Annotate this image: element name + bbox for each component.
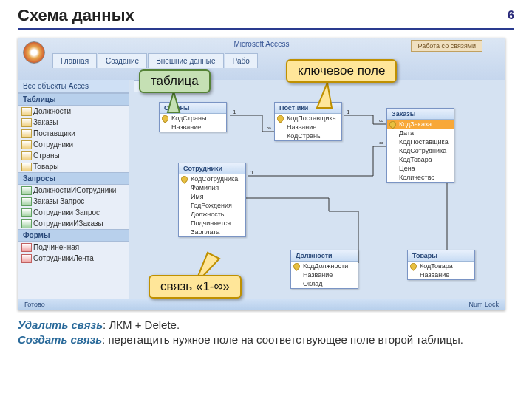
ribbon-tabs[interactable]: Главная Создание Внешние данные Рабо bbox=[52, 53, 259, 68]
tab-home[interactable]: Главная bbox=[52, 53, 97, 68]
table-row[interactable]: КодТовара bbox=[387, 155, 454, 164]
app-title: Microsoft Access bbox=[233, 40, 289, 48]
table-postavshiki[interactable]: Пост ики КодПоставщика Название КодСтран… bbox=[274, 102, 342, 141]
table-strany[interactable]: Страны КодСтраны Название bbox=[159, 102, 227, 132]
tab-create[interactable]: Создание bbox=[98, 53, 147, 68]
table-tovary[interactable]: Товары КодТовара Название bbox=[407, 250, 475, 280]
table-row[interactable]: ГодРождения bbox=[179, 201, 245, 210]
table-row[interactable]: Количество bbox=[387, 173, 454, 182]
notes: Удалить связь: ЛКМ + Delete. Создать свя… bbox=[18, 318, 514, 348]
table-row[interactable]: КодСтраны bbox=[275, 132, 341, 140]
table-title: Пост ики bbox=[275, 103, 341, 114]
svg-text:∞: ∞ bbox=[379, 117, 383, 124]
table-row[interactable]: КодСотрудника bbox=[179, 174, 245, 183]
nav-item[interactable]: Сотрудники bbox=[18, 139, 129, 150]
office-button-icon[interactable] bbox=[23, 41, 45, 64]
tab-work[interactable]: Рабо bbox=[225, 53, 258, 68]
nav-item[interactable]: Поставщики bbox=[18, 128, 129, 139]
nav-item[interactable]: Сотрудники Запрос bbox=[18, 207, 129, 218]
nav-header[interactable]: Все объекты Acces bbox=[18, 80, 129, 93]
table-row[interactable]: Название bbox=[291, 270, 358, 279]
svg-text:∞: ∞ bbox=[267, 125, 271, 132]
table-row[interactable]: КодСотрудника bbox=[387, 146, 454, 155]
create-label: Создать связь bbox=[18, 333, 102, 346]
table-title: Заказы bbox=[387, 109, 454, 120]
callout-keyfield: ключевое поле bbox=[286, 59, 397, 83]
page-number: 6 bbox=[508, 9, 514, 22]
divider bbox=[18, 28, 514, 30]
create-text: : перетащить нужное поле на соответствую… bbox=[102, 333, 463, 346]
nav-item[interactable]: Заказы bbox=[18, 117, 129, 128]
table-row[interactable]: КодСтраны bbox=[160, 114, 226, 123]
delete-text: : ЛКМ + Delete. bbox=[103, 318, 180, 331]
table-row[interactable]: Название bbox=[408, 270, 474, 279]
nav-item[interactable]: СотрудникиЛента bbox=[18, 253, 129, 264]
table-title: Товары bbox=[408, 250, 474, 262]
nav-item[interactable]: ДолжностиИСотрудники bbox=[18, 185, 129, 196]
nav-cat-forms[interactable]: Формы bbox=[18, 229, 129, 242]
context-tab[interactable]: Работа со связями bbox=[411, 40, 482, 52]
svg-text:1: 1 bbox=[347, 109, 350, 115]
callout-relation: связь «1-∞» bbox=[149, 275, 242, 299]
table-row[interactable]: Название bbox=[275, 123, 341, 132]
tab-external[interactable]: Внешние данные bbox=[148, 53, 223, 68]
table-zakazy[interactable]: Заказы КодЗаказа Дата КодПоставщика КодС… bbox=[386, 108, 454, 183]
table-title: Должности bbox=[291, 250, 358, 262]
relation-canvas[interactable]: данных 1∞ 1∞ 1∞ 1 1∞ Страны bbox=[129, 80, 505, 299]
table-title: Страны bbox=[160, 103, 226, 114]
callout-table: таблица bbox=[139, 69, 211, 93]
table-row[interactable]: Должность bbox=[179, 210, 245, 219]
table-row[interactable]: Зарплата bbox=[179, 228, 245, 236]
table-sotrudniki[interactable]: Сотрудники КодСотрудника Фамилия Имя Год… bbox=[178, 163, 246, 237]
nav-item[interactable]: Страны bbox=[18, 150, 129, 161]
table-title: Сотрудники bbox=[179, 163, 245, 174]
nav-pane: Все объекты Acces Таблицы Должности Зака… bbox=[18, 80, 130, 299]
svg-text:1: 1 bbox=[233, 109, 236, 115]
table-row[interactable]: Имя bbox=[179, 192, 245, 201]
table-row[interactable]: КодТовара bbox=[408, 262, 474, 270]
table-row[interactable]: Подчиняется bbox=[179, 219, 245, 228]
nav-item[interactable]: Должности bbox=[18, 106, 129, 117]
table-row[interactable]: КодПоставщика bbox=[275, 114, 341, 123]
table-row[interactable]: Цена bbox=[387, 164, 454, 173]
nav-cat-queries[interactable]: Запросы bbox=[18, 172, 129, 185]
table-row[interactable]: Дата bbox=[387, 129, 454, 137]
table-row[interactable]: КодПоставщика bbox=[387, 137, 454, 146]
table-dolzhnosti[interactable]: Должности КодДолжности Название Оклад bbox=[290, 250, 358, 289]
table-row[interactable]: Фамилия bbox=[179, 183, 245, 192]
nav-cat-tables[interactable]: Таблицы bbox=[18, 93, 129, 106]
delete-label: Удалить связь bbox=[18, 318, 103, 331]
status-left: Готово bbox=[24, 301, 45, 308]
table-row[interactable]: Оклад bbox=[291, 279, 358, 288]
nav-item[interactable]: Товары bbox=[18, 161, 129, 172]
svg-text:1: 1 bbox=[250, 169, 254, 176]
ribbon: Microsoft Access Работа со связями Главн… bbox=[18, 38, 505, 81]
nav-item[interactable]: Заказы Запрос bbox=[18, 196, 129, 207]
svg-text:∞: ∞ bbox=[379, 140, 383, 146]
nav-item[interactable]: СотрудникиИЗаказы bbox=[18, 218, 129, 229]
status-bar: Готово Num Lock bbox=[18, 299, 505, 310]
nav-item[interactable]: Подчиненная bbox=[18, 242, 129, 253]
table-row[interactable]: Название bbox=[160, 123, 226, 132]
status-right: Num Lock bbox=[468, 301, 499, 308]
slide-title: Схема данных bbox=[18, 6, 134, 25]
table-row[interactable]: КодДолжности bbox=[291, 262, 358, 270]
table-row[interactable]: КодЗаказа bbox=[387, 120, 454, 129]
access-screenshot: Microsoft Access Работа со связями Главн… bbox=[18, 38, 505, 310]
